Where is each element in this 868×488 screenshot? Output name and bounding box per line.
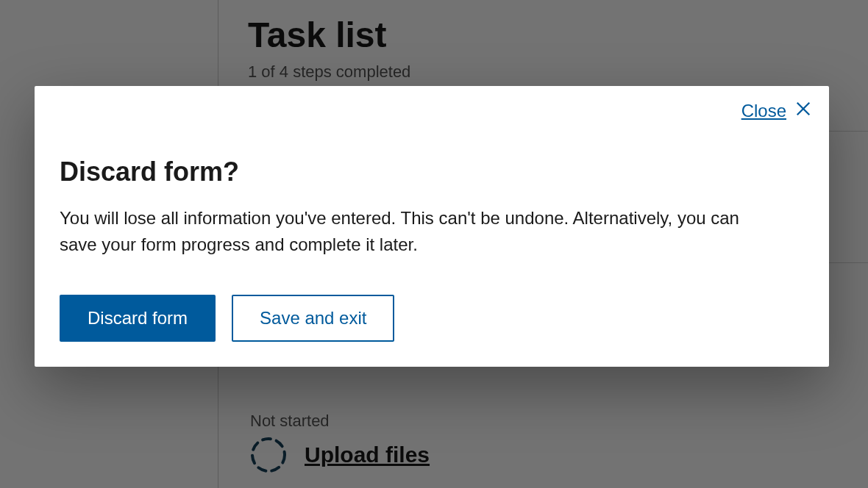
close-button[interactable]: Close [741,101,811,121]
modal-actions: Discard form Save and exit [60,295,804,342]
modal-title: Discard form? [60,157,804,187]
modal-body-text: You will lose all information you've ent… [60,205,780,258]
save-and-exit-button[interactable]: Save and exit [232,295,394,342]
discard-form-button[interactable]: Discard form [60,295,216,342]
close-icon [795,101,811,121]
close-label: Close [741,101,786,121]
discard-form-modal: Close Discard form? You will lose all in… [35,86,829,367]
